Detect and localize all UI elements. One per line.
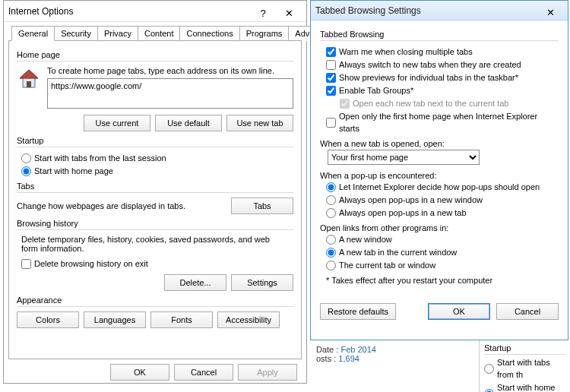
tab-general[interactable]: General: [11, 26, 55, 41]
homepage-heading: Home page: [17, 50, 293, 59]
bg-startup-heading: Startup: [484, 343, 565, 352]
first-home-label: Open only the first home page when Inter…: [339, 110, 559, 134]
enable-groups-label: Enable Tab Groups*: [339, 84, 413, 96]
popup-ie-label: Let Internet Explorer decide how pop-ups…: [339, 181, 540, 193]
tb-ok-button[interactable]: OK: [428, 303, 490, 320]
io-cancel-button[interactable]: Cancel: [174, 364, 233, 381]
tab-content[interactable]: Content: [138, 26, 181, 41]
links-heading: Open links from other programs in:: [320, 223, 559, 232]
warn-close-checkbox[interactable]: [326, 47, 336, 57]
links-win-label: A new window: [339, 233, 392, 245]
bg-date-label: Date :: [316, 345, 340, 354]
tb-restart-note: * Takes effect after you restart your co…: [326, 276, 559, 285]
colors-button[interactable]: Colors: [17, 311, 79, 328]
enable-groups-checkbox[interactable]: [326, 86, 336, 96]
bg-radio-last: [484, 364, 494, 374]
warn-close-label: Warn me when closing multiple tabs: [339, 46, 473, 58]
io-title-text: Internet Options: [8, 1, 250, 22]
open-next-checkbox: [340, 99, 350, 109]
startup-home-label: Start with home page: [34, 165, 113, 177]
bg-date-value: Feb 2014: [340, 345, 375, 354]
background-options-clip: Startup Start with tabs from th Start wi…: [479, 340, 570, 392]
bg-radio-home: [484, 389, 494, 393]
popup-tab-label: Always open pop-ups in a new tab: [339, 207, 467, 219]
show-previews-checkbox[interactable]: [326, 73, 336, 83]
always-switch-label: Always switch to new tabs when they are …: [339, 58, 521, 71]
popup-tab-radio[interactable]: [326, 208, 336, 218]
io-ok-button[interactable]: OK: [110, 364, 169, 381]
newtab-select[interactable]: Your first home page: [328, 150, 480, 165]
newtab-heading: When a new tab is opened, open:: [320, 139, 559, 148]
io-panel-general: Home page To create home page tabs, type…: [8, 40, 302, 359]
popup-win-label: Always open pop-ups in a new window: [339, 194, 483, 206]
use-current-button[interactable]: Use current: [84, 115, 150, 131]
svg-marker-1: [20, 70, 38, 78]
io-tabstrip: General Security Privacy Content Connect…: [4, 22, 306, 40]
tb-footer: Restore defaults OK Cancel: [311, 297, 568, 326]
io-apply-button: Apply: [238, 364, 297, 381]
popup-ie-radio[interactable]: [326, 182, 336, 192]
languages-button[interactable]: Languages: [84, 311, 146, 328]
bg-posts-value: 1,694: [338, 354, 359, 363]
history-desc: Delete temporary files, history, cookies…: [21, 235, 272, 253]
svg-rect-2: [27, 81, 31, 87]
settings-button[interactable]: Settings: [231, 274, 293, 291]
tabbed-browsing-dialog: Tabbed Browsing Settings ✕ Tabbed Browsi…: [310, 0, 568, 340]
tb-titlebar: Tabbed Browsing Settings ✕: [311, 1, 568, 21]
bg-opt-home: Start with home page: [497, 381, 565, 392]
accessibility-button[interactable]: Accessibility: [217, 311, 280, 328]
use-newtab-button[interactable]: Use new tab: [226, 115, 293, 131]
help-button[interactable]: ?: [250, 3, 276, 20]
links-cur-label: The current tab or window: [339, 259, 435, 271]
tabs-desc: Change how webpages are displayed in tab…: [17, 201, 223, 210]
tab-privacy[interactable]: Privacy: [97, 26, 138, 41]
delete-button[interactable]: Delete...: [164, 274, 226, 291]
show-previews-label: Show previews for individual tabs in the…: [339, 71, 518, 84]
tab-security[interactable]: Security: [54, 26, 98, 41]
tabs-button[interactable]: Tabs: [231, 198, 293, 214]
tb-heading: Tabbed Browsing: [320, 30, 559, 39]
popup-win-radio[interactable]: [326, 195, 336, 205]
links-win-radio[interactable]: [326, 235, 336, 245]
home-icon: [17, 68, 41, 92]
tabs-heading: Tabs: [17, 182, 293, 191]
io-footer: OK Cancel Apply: [4, 359, 306, 385]
appearance-heading: Appearance: [17, 296, 293, 305]
startup-heading: Startup: [17, 136, 293, 145]
startup-home-radio[interactable]: [21, 166, 31, 176]
tab-programs[interactable]: Programs: [239, 26, 290, 41]
fonts-button[interactable]: Fonts: [150, 311, 213, 328]
tab-connections[interactable]: Connections: [179, 26, 239, 41]
startup-last-label: Start with tabs from the last session: [34, 152, 166, 164]
tb-body: Tabbed Browsing Warn me when closing mul…: [311, 21, 568, 289]
restore-defaults-button[interactable]: Restore defaults: [320, 303, 396, 320]
startup-last-radio[interactable]: [21, 153, 31, 163]
open-next-label: Open each new tab next to the current ta…: [353, 97, 508, 109]
close-button[interactable]: ✕: [276, 3, 302, 20]
bg-opt-last: Start with tabs from th: [497, 356, 565, 381]
tb-cancel-button[interactable]: Cancel: [496, 303, 559, 320]
links-cur-radio[interactable]: [326, 261, 336, 270]
links-tab-radio[interactable]: [326, 248, 336, 258]
bg-posts-label: osts :: [316, 354, 338, 363]
homepage-hint: To create home page tabs, type each addr…: [47, 66, 293, 75]
always-switch-checkbox[interactable]: [326, 60, 336, 70]
popup-heading: When a pop-up is encountered:: [320, 171, 559, 180]
delete-on-exit-label: Delete browsing history on exit: [34, 258, 148, 270]
io-titlebar: Internet Options ? ✕: [4, 1, 306, 22]
links-tab-label: A new tab in the current window: [339, 246, 457, 258]
first-home-checkbox[interactable]: [326, 118, 336, 128]
tb-close-button[interactable]: ✕: [537, 3, 563, 18]
use-default-button[interactable]: Use default: [155, 115, 222, 131]
history-heading: Browsing history: [17, 219, 293, 228]
tb-title-text: Tabbed Browsing Settings: [315, 1, 537, 21]
homepage-url-input[interactable]: [47, 78, 293, 109]
delete-on-exit-checkbox[interactable]: [21, 259, 31, 269]
internet-options-dialog: Internet Options ? ✕ General Security Pr…: [3, 0, 307, 384]
